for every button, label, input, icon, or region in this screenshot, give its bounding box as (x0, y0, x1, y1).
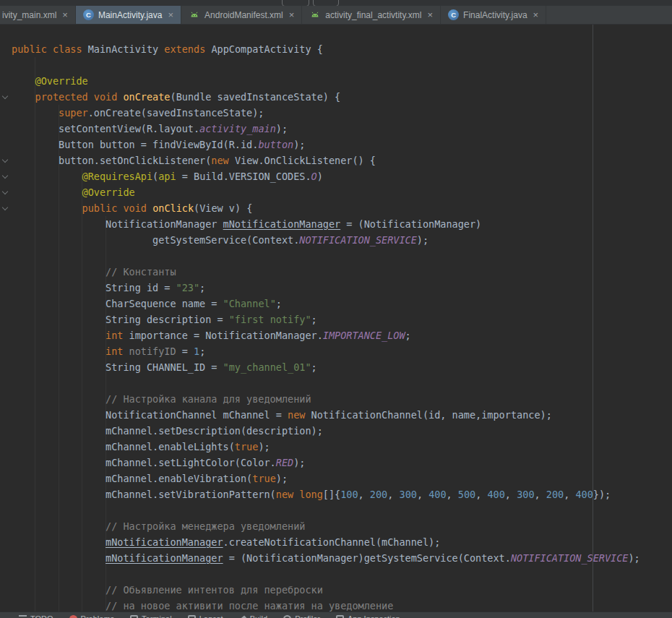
code-line: getSystemService(Context.NOTIFICATION_SE… (12, 232, 672, 248)
code-line: mChannel.setVibrationPattern(new long[]{… (12, 486, 672, 502)
tab-close-icon[interactable]: × (62, 10, 68, 20)
toolwindow-label: Problems (81, 614, 114, 618)
java-class-icon: C (448, 9, 459, 20)
terminal-icon (130, 615, 138, 618)
tab-bar: ivity_main.xml×CMainActivity.java×Androi… (0, 6, 672, 25)
toolwindow-button-logcat[interactable]: Logcat (188, 614, 223, 618)
code-line: // Константы (12, 264, 672, 280)
code-line: String CHANNEL_ID = "my_channel_01"; (12, 359, 672, 375)
code-line (12, 566, 672, 582)
logcat-icon (188, 615, 196, 618)
toolwindow-button-build[interactable]: Build (239, 614, 267, 618)
toolwindow-label: Profiler (295, 614, 320, 618)
fold-chevron-icon[interactable] (2, 189, 8, 195)
code-line: public void onClick(View v) { (12, 200, 672, 216)
code-line: // Настройка менеджера уведомлений (12, 518, 672, 534)
toolwindow-button-problems[interactable]: Problems (69, 614, 114, 618)
editor-tab-ivity-main-xml[interactable]: ivity_main.xml× (0, 6, 76, 24)
toolwindow-label: TODO (30, 614, 53, 618)
fold-chevron-icon[interactable] (2, 94, 8, 100)
editor-tab-finalactivity-java[interactable]: CFinalActivity.java× (441, 6, 546, 24)
code-line: super.onCreate(savedInstanceState); (12, 105, 672, 121)
code-line: String description = "first notify"; (12, 312, 672, 327)
code-line: public class MainActivity extends AppCom… (12, 41, 672, 57)
code-line: CharSequence name = "Channel"; (12, 296, 672, 312)
profiler-icon (283, 615, 291, 618)
code-line: @Override (12, 184, 672, 200)
android-icon (189, 9, 200, 21)
code-line: NotificationManager mNotificationManager… (12, 216, 672, 232)
code-line: mChannel.setDescription(description); (12, 423, 672, 439)
toolwindow-button-app-inspection[interactable]: App Inspection (336, 614, 400, 618)
editor-tab-mainactivity-java[interactable]: CMainActivity.java× (76, 6, 181, 24)
todo-icon (19, 615, 27, 618)
app-inspection-icon (336, 615, 344, 618)
fold-chevron-icon[interactable] (2, 205, 8, 211)
editor-tab-activity-final-activtity-xml[interactable]: activity_final_activtity.xml× (302, 6, 441, 24)
fold-chevron-icon[interactable] (2, 173, 8, 179)
tab-close-icon[interactable]: × (289, 10, 295, 20)
code-line: mNotificationManager = (NotificationMana… (12, 550, 672, 566)
tab-close-icon[interactable]: × (533, 10, 539, 20)
code-line: mNotificationManager.createNotificationC… (12, 534, 672, 550)
android-icon (309, 9, 321, 21)
toolwindow-label: Build (250, 614, 267, 618)
toolwindow-button-todo[interactable]: TODO (19, 614, 53, 618)
code-line: // Обьявление интентов для переброски (12, 582, 672, 598)
code-area[interactable]: public class MainActivity extends AppCom… (0, 25, 672, 618)
code-line (12, 57, 672, 73)
tab-close-icon[interactable]: × (428, 10, 434, 20)
tab-close-icon[interactable]: × (168, 10, 173, 20)
fold-gutter (0, 25, 10, 618)
editor[interactable]: public class MainActivity extends AppCom… (0, 25, 672, 618)
fold-chevron-icon[interactable] (2, 158, 8, 163)
toolwindow-button-terminal[interactable]: Terminal (130, 614, 172, 618)
code-line: int importance = NotificationManager.IMP… (12, 327, 672, 343)
code-line: String id = "23"; (12, 280, 672, 296)
java-class-icon: C (83, 9, 94, 20)
code-line: @Override (12, 73, 672, 89)
toolwindow-label: Logcat (199, 614, 223, 618)
toolwindow-button-profiler[interactable]: Profiler (283, 614, 320, 618)
code-line (12, 502, 672, 518)
tab-label: MainActivity.java (98, 10, 162, 20)
android-studio-window: ivity_main.xml×CMainActivity.java×Androi… (0, 0, 672, 618)
tab-label: FinalActivity.java (463, 10, 527, 20)
code-line: @RequiresApi(api = Build.VERSION_CODES.O… (12, 168, 672, 184)
code-line: button.setOnClickListener(new View.OnCli… (12, 153, 672, 168)
code-line: int notifyID = 1; (12, 343, 672, 359)
code-line: setContentView(R.layout.activity_main); (12, 121, 672, 137)
tab-label: ivity_main.xml (2, 10, 56, 20)
code-line (12, 375, 672, 391)
build-icon (238, 615, 246, 618)
problems-icon (69, 615, 77, 618)
editor-tab-androidmanifest-xml[interactable]: AndroidManifest.xml× (181, 6, 302, 24)
code-line: mChannel.enableVibration(true); (12, 471, 672, 486)
toolwindow-label: App Inspection (348, 614, 400, 618)
tab-label: AndroidManifest.xml (204, 10, 283, 20)
toolwindow-label: Terminal (142, 614, 172, 618)
tab-label: activity_final_activtity.xml (325, 10, 421, 20)
main-toolbar-partial (0, 0, 672, 6)
tool-window-bar: TODOProblemsTerminalLogcatBuildProfilerA… (0, 611, 672, 618)
code-line: // Настройка канала для уведомлений (12, 391, 672, 407)
code-line: mChannel.enableLights(true); (12, 439, 672, 455)
code-line: mChannel.setLightColor(Color.RED); (12, 455, 672, 471)
code-line: protected void onCreate(Bundle savedInst… (12, 89, 672, 105)
code-line: Button button = findViewById(R.id.button… (12, 137, 672, 153)
code-line: NotificationChannel mChannel = new Notif… (12, 407, 672, 423)
code-line (12, 248, 672, 264)
